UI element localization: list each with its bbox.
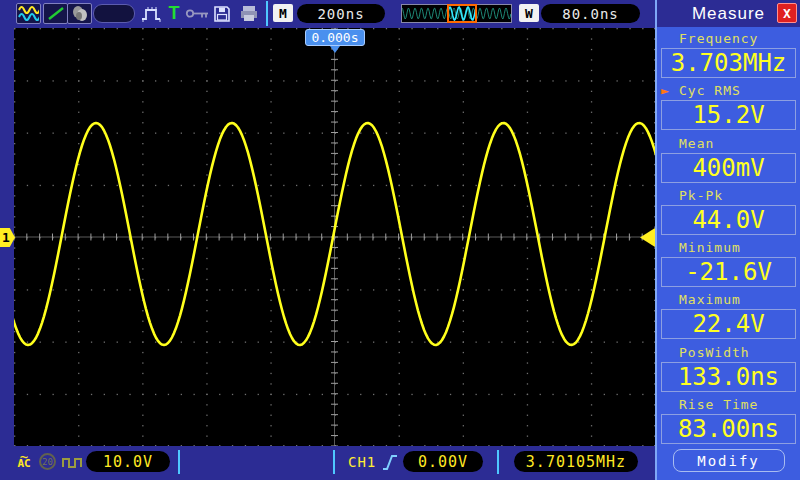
zoom-window-indicator[interactable] <box>447 4 477 23</box>
main-timebase-badge: M <box>273 4 293 22</box>
floppy-disk-icon <box>213 5 231 23</box>
trigger-menu-button[interactable]: T <box>166 3 182 24</box>
measurement-label: Pk-Pk <box>657 184 800 204</box>
pulse-trigger-button[interactable] <box>140 3 164 24</box>
measurement-label: Mean <box>657 132 800 152</box>
measurement-row[interactable]: Rise Time 83.00ns <box>657 393 800 445</box>
status-bar: ~ AC 20 10.0V CH1 0.00V 3.70105MHz <box>0 446 655 480</box>
modify-button[interactable]: Modify <box>673 449 785 472</box>
measurement-list: Frequency 3.703MHz ► Cyc RMS 15.2V Mean … <box>657 27 800 445</box>
cursor-line-button[interactable] <box>43 3 68 24</box>
measurement-row[interactable]: Pk-Pk 44.0V <box>657 184 800 236</box>
empty-readout-box <box>93 4 135 23</box>
pulse-icon <box>140 4 164 24</box>
frequency-counter-readout: 3.70105MHz <box>514 451 638 472</box>
measurement-value: 44.0V <box>661 205 796 235</box>
measurement-row[interactable]: Mean 400mV <box>657 132 800 184</box>
volts-per-div-readout: 10.0V <box>86 451 170 472</box>
measurement-label: ► Cyc RMS <box>657 79 800 99</box>
measurement-label: Rise Time <box>657 393 800 413</box>
measurement-row[interactable]: Frequency 3.703MHz <box>657 27 800 79</box>
measurement-label: PosWidth <box>657 341 800 361</box>
measurement-value: -21.6V <box>661 257 796 287</box>
trigger-level-readout: 0.00V <box>403 451 483 472</box>
panel-title: Measure <box>692 4 765 24</box>
measurement-value: 83.00ns <box>661 414 796 444</box>
measure-panel-header: Measure X <box>657 0 800 27</box>
channel1-marker-label: 1 <box>2 230 10 245</box>
measurement-value: 3.703MHz <box>661 48 796 78</box>
toolbar-separator <box>266 1 268 26</box>
measurement-value: 133.0ns <box>661 362 796 392</box>
main-timebase-readout: 200ns <box>297 4 385 23</box>
save-button[interactable] <box>211 3 233 24</box>
oscilloscope-screen: { "toolbar": { "m_badge": "M", "m_timeba… <box>0 0 800 480</box>
display-mode-button[interactable] <box>67 3 92 24</box>
measure-panel: Measure X Frequency 3.703MHz ► Cyc RMS 1… <box>655 0 800 480</box>
channel-waveforms-icon <box>18 5 39 22</box>
diagonal-line-icon <box>46 5 66 22</box>
statusbar-separator <box>178 450 180 474</box>
square-wave-icon <box>62 456 86 468</box>
toolbar: T M 200ns W 80.0ns <box>0 0 655 27</box>
channel1-marker[interactable]: 1 <box>0 228 15 247</box>
trigger-t-icon: T <box>169 3 180 24</box>
key-icon <box>185 7 211 20</box>
thumbnail-blob-icon <box>70 5 90 22</box>
measurement-row[interactable]: Maximum 22.4V <box>657 288 800 340</box>
selection-arrow-icon: ► <box>661 82 670 99</box>
bandwidth-limit-icon: 20 <box>39 453 56 470</box>
close-icon[interactable]: X <box>777 3 797 23</box>
print-button[interactable] <box>237 3 261 24</box>
measurement-label: Minimum <box>657 236 800 256</box>
measurement-value: 15.2V <box>661 100 796 130</box>
rising-edge-icon <box>382 451 398 473</box>
measurement-label: Maximum <box>657 288 800 308</box>
measurement-row[interactable]: Minimum -21.6V <box>657 236 800 288</box>
ac-coupling-icon: ~ AC <box>12 450 36 469</box>
statusbar-separator <box>333 450 335 474</box>
waveform-preview-bar[interactable] <box>401 4 512 23</box>
printer-icon <box>239 5 259 22</box>
trigger-position-label: 0.000s <box>312 30 359 45</box>
trigger-source-label: CH1 <box>348 454 376 470</box>
measurement-row[interactable]: ► Cyc RMS 15.2V <box>657 79 800 131</box>
measurement-row[interactable]: PosWidth 133.0ns <box>657 341 800 393</box>
window-timebase-readout: 80.0ns <box>541 4 640 23</box>
waveform-display <box>14 28 655 446</box>
window-timebase-badge: W <box>519 4 539 22</box>
measurement-value: 400mV <box>661 153 796 183</box>
graticule-and-trace <box>14 28 655 446</box>
statusbar-separator <box>497 450 499 474</box>
channel-display-button[interactable] <box>16 3 41 24</box>
trigger-position-tag[interactable]: 0.000s <box>305 29 365 46</box>
lock-button[interactable] <box>185 3 211 24</box>
measurement-label: Frequency <box>657 27 800 47</box>
measurement-value: 22.4V <box>661 309 796 339</box>
